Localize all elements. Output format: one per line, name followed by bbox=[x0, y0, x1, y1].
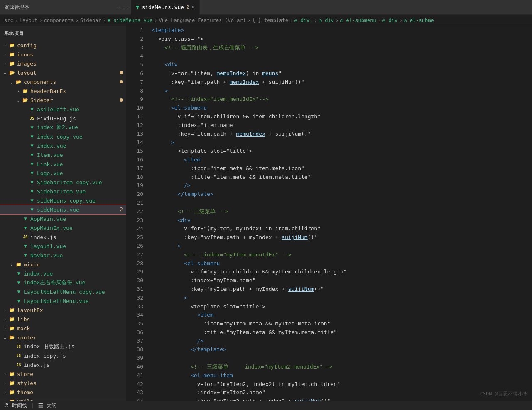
file-icon: 📁 bbox=[8, 43, 16, 48]
tree-item-icons[interactable]: ›📁icons bbox=[0, 50, 126, 59]
tree-item-indexVue[interactable]: ▼index.vue bbox=[0, 269, 126, 278]
file-icon: ▼ bbox=[22, 252, 29, 258]
file-icon: JS bbox=[15, 344, 22, 349]
code-line: /> bbox=[152, 337, 532, 346]
tree-item-sideMeunsCopy[interactable]: ▼sideMeuns copy.vue bbox=[0, 196, 126, 205]
tree-item-FixiOSBug[interactable]: JSFixiOSBug.js bbox=[0, 114, 126, 123]
file-label: index 旧版路由.js bbox=[24, 343, 74, 350]
file-label: router bbox=[17, 334, 37, 341]
tree-item-theme[interactable]: ›📁theme bbox=[0, 388, 126, 397]
tree-item-SidebarItem[interactable]: ▼SidebarItem.vue bbox=[0, 187, 126, 196]
line-number: 36 bbox=[127, 328, 143, 337]
code-line: :key="myItem.path + myIndex + suijiNum()… bbox=[152, 285, 532, 294]
code-line: <!-- 遍历路由表，生成左侧菜单 --> bbox=[152, 44, 532, 52]
file-icon: ▼ bbox=[28, 198, 36, 203]
outline-item[interactable]: ☰ 大纲 bbox=[38, 402, 56, 409]
tree-item-AppMainEx[interactable]: ▼AppMainEx.vue bbox=[0, 223, 126, 232]
file-icon: 📁 bbox=[15, 262, 22, 267]
file-label: layout bbox=[17, 70, 37, 76]
tree-item-mixin[interactable]: ›📁mixin bbox=[0, 260, 126, 269]
code-line: :key="item.path + memuIndex + suijiNum()… bbox=[152, 130, 532, 139]
code-editor[interactable]: 1234567891011121314151617181920212223242… bbox=[127, 26, 532, 401]
line-number: 3 bbox=[127, 44, 143, 52]
tree-item-components[interactable]: ⌄📂components bbox=[0, 77, 126, 86]
tree-item-config[interactable]: ›📁config bbox=[0, 41, 126, 50]
code-line: v-for="(myItem, myIndex) in item.childre… bbox=[152, 225, 532, 233]
tree-item-index2[interactable]: ▼index 新2.vue bbox=[0, 123, 126, 132]
code-line: <el-menu-item bbox=[152, 371, 532, 380]
tree-item-styles[interactable]: ›📁styles bbox=[0, 378, 126, 388]
tree-item-router[interactable]: ⌄📂router bbox=[0, 333, 126, 342]
crumb-file: ▼ sideMeuns.vue bbox=[108, 17, 152, 23]
tree-item-Logo[interactable]: ▼Logo.vue bbox=[0, 168, 126, 178]
tree-item-AppMain[interactable]: ▼AppMain.vue bbox=[0, 214, 126, 223]
tree-item-sideMeuns[interactable]: ▼sideMeuns.vue2 bbox=[0, 205, 126, 214]
active-tab[interactable]: ▼ sideMeuns.vue 2 × bbox=[131, 0, 200, 15]
tree-item-Navbar[interactable]: ▼Navbar.vue bbox=[0, 251, 126, 260]
tree-item-index左右布局[interactable]: ▼index左右布局备份.vue bbox=[0, 278, 126, 287]
tree-item-asileLeft[interactable]: ▼asileLeft.vue bbox=[0, 105, 126, 114]
tree-item-indexOld[interactable]: JSindex 旧版路由.js bbox=[0, 342, 126, 351]
code-line: <template slot="title"> bbox=[152, 147, 532, 156]
code-line: v-if="myItem.children && myItem.children… bbox=[152, 268, 532, 276]
line-number: 18 bbox=[127, 173, 143, 182]
tree-item-layout1[interactable]: ▼layout1.vue bbox=[0, 242, 126, 251]
file-icon: ▼ bbox=[28, 134, 36, 139]
file-icon: ▼ bbox=[22, 216, 29, 222]
code-line: <template> bbox=[152, 26, 532, 35]
line-number: 10 bbox=[127, 104, 143, 112]
tab-label: sideMeuns.vue bbox=[142, 4, 184, 10]
line-number: 19 bbox=[127, 181, 143, 190]
code-line: <!-- :index="item.menuIdEx"--> bbox=[152, 95, 532, 104]
code-line: <template slot="title"> bbox=[152, 303, 532, 311]
code-line: <el-submenu bbox=[152, 259, 532, 268]
file-label: components bbox=[24, 79, 56, 85]
folder-arrow: ⌄ bbox=[15, 98, 22, 102]
tree-item-LayoutNoLeftMenuCopy[interactable]: ▼LayoutNoLeftMenu copy.vue bbox=[0, 287, 126, 296]
line-number: 13 bbox=[127, 130, 143, 139]
code-line: </template> bbox=[152, 345, 532, 354]
tree-item-libs[interactable]: ›📁libs bbox=[0, 315, 126, 324]
code-line: :key="myItem2.path + index2 + suijiNum()… bbox=[152, 397, 532, 401]
line-number: 42 bbox=[127, 380, 143, 389]
code-line: v-for="(myItem2, index2) in myItem.child… bbox=[152, 380, 532, 389]
line-number: 31 bbox=[127, 285, 143, 294]
tree-item-index[interactable]: ▼index.vue bbox=[0, 141, 126, 150]
timeline-item[interactable]: ⏱ 时间线 bbox=[4, 402, 27, 409]
tree-item-indexCopyJs[interactable]: JSindex copy.js bbox=[0, 351, 126, 360]
line-number: 40 bbox=[127, 363, 143, 371]
tree-item-SidebarItemCopy[interactable]: ▼SidebarItem copy.vue bbox=[0, 178, 126, 187]
tree-item-store[interactable]: ›📁store bbox=[0, 369, 126, 378]
tree-item-headerBarEx[interactable]: ›📁headerBarEx bbox=[0, 86, 126, 95]
file-label: SidebarItem copy.vue bbox=[37, 179, 102, 185]
file-icon: ▼ bbox=[15, 298, 22, 304]
line-number: 35 bbox=[127, 320, 143, 328]
code-line bbox=[152, 354, 532, 363]
code-line: <item bbox=[152, 156, 532, 164]
code-line: <!-- :index="myItem.menuIdEx" --> bbox=[152, 251, 532, 259]
code-line: :index="myItem.name" bbox=[152, 276, 532, 285]
tree-item-indexjs[interactable]: JSindex.js bbox=[0, 232, 126, 242]
tab-close[interactable]: × bbox=[191, 4, 194, 10]
code-line: :index="myItem2.name" bbox=[152, 388, 532, 397]
code-line: > bbox=[152, 87, 532, 95]
code-line: <item bbox=[152, 311, 532, 320]
tree-item-LayoutNoLeftMenu[interactable]: ▼LayoutNoLeftMenu.vue bbox=[0, 296, 126, 305]
tree-item-Sidebar[interactable]: ⌄📂Sidebar bbox=[0, 95, 126, 105]
tree-item-layoutEx[interactable]: ›📁layoutEx bbox=[0, 305, 126, 315]
tree-item-utils[interactable]: ›📁utils bbox=[0, 397, 126, 401]
tree-item-Link[interactable]: ▼Link.vue bbox=[0, 159, 126, 168]
file-icon: 📁 bbox=[8, 381, 16, 386]
tree-item-Item[interactable]: ▼Item.vue bbox=[0, 150, 126, 159]
folder-arrow: › bbox=[2, 390, 8, 395]
line-number: 41 bbox=[127, 371, 143, 380]
tree-item-layout[interactable]: ⌄📂layout bbox=[0, 68, 126, 77]
tree-item-indexCopy[interactable]: ▼index copy.vue bbox=[0, 132, 126, 141]
dots-menu[interactable]: ··· bbox=[118, 4, 131, 10]
tree-item-images[interactable]: ›📁images bbox=[0, 59, 126, 68]
file-explorer: 系统项目 ›📁config›📁icons›📁images⌄📂layout⌄📂co… bbox=[0, 26, 127, 401]
file-label: Link.vue bbox=[37, 161, 63, 167]
tree-item-indexJs2[interactable]: JSindex.js bbox=[0, 360, 126, 369]
line-numbers: 1234567891011121314151617181920212223242… bbox=[127, 26, 147, 401]
tree-item-mock[interactable]: ›📁mock bbox=[0, 324, 126, 333]
